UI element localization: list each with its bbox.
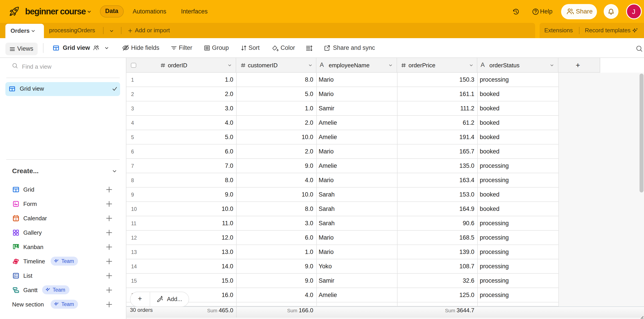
svg-text:31: 31: [15, 218, 18, 220]
